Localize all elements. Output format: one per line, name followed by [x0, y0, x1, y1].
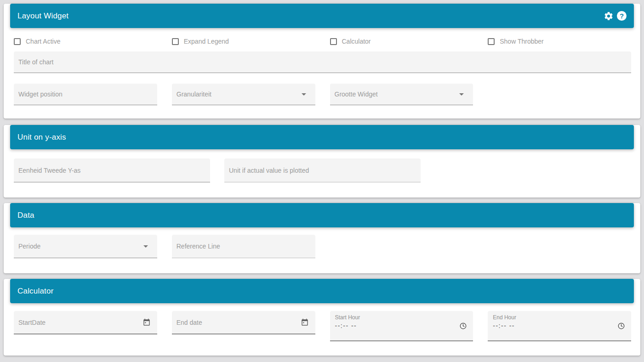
checkbox-box-icon[interactable] [14, 38, 21, 45]
second-y-axis-unit-input[interactable]: Eenheid Tweede Y-as [14, 158, 210, 182]
section-title-data: Data [17, 211, 627, 220]
chevron-down-icon [459, 93, 464, 96]
help-button[interactable]: ? [617, 11, 627, 21]
widget-size-select[interactable]: Grootte Widget [330, 84, 473, 105]
checkbox-calculator[interactable]: Calculator [330, 38, 473, 45]
reference-line-input[interactable]: Reference Line [172, 235, 315, 258]
chart-title-input[interactable]: Title of chart [14, 51, 631, 73]
checkbox-label: Show Throbber [500, 38, 543, 45]
start-date-placeholder: StartDate [18, 319, 142, 326]
section-title-layout-widget: Layout Widget [17, 11, 604, 21]
start-hour-value-row: --:-- -- [335, 322, 467, 329]
granularity-placeholder: Granulariteit [177, 90, 302, 98]
start-hour-input[interactable]: Start Hour --:-- -- [330, 311, 473, 341]
periode-select[interactable]: Periode [14, 235, 157, 258]
chevron-down-icon [302, 93, 306, 96]
section-title-calculator: Calculator [17, 287, 627, 296]
second-y-axis-unit-placeholder: Eenheid Tweede Y-as [18, 167, 205, 174]
calculator-body: StartDate End date Start Hour --:-- -- E… [4, 303, 640, 356]
clock-icon[interactable] [618, 322, 625, 329]
calendar-icon[interactable] [142, 318, 151, 327]
calculator-card: Calculator StartDate End date Start Hour… [4, 279, 640, 356]
end-hour-input[interactable]: End Hour --:-- -- [488, 311, 631, 341]
data-card: Data Periode Reference Line [4, 203, 640, 273]
unit-y-axis-body: Eenheid Tweede Y-as Unit if actual value… [4, 149, 640, 198]
checkbox-expand-legend[interactable]: Expand Legend [172, 38, 315, 45]
widget-position-input[interactable]: Widget position [14, 84, 157, 105]
reference-line-placeholder: Reference Line [177, 243, 310, 250]
layout-fields-row: Widget position Granulariteit Grootte Wi… [14, 84, 631, 105]
checkbox-label: Calculator [342, 38, 371, 45]
unit-y-axis-header: Unit on y-axis [10, 125, 634, 149]
layout-widget-body: Chart Active Expand Legend Calculator Sh… [4, 28, 640, 119]
checkbox-row: Chart Active Expand Legend Calculator Sh… [14, 38, 631, 45]
periode-placeholder: Periode [18, 243, 143, 250]
clock-icon[interactable] [460, 322, 467, 329]
gear-icon [604, 11, 614, 21]
chart-title-placeholder: Title of chart [18, 58, 626, 66]
widget-size-placeholder: Grootte Widget [335, 90, 460, 98]
checkbox-chart-active[interactable]: Chart Active [14, 38, 157, 45]
start-hour-value: --:-- -- [335, 322, 460, 329]
checkbox-label: Expand Legend [184, 38, 229, 45]
chevron-down-icon [143, 245, 148, 248]
end-hour-label: End Hour [493, 314, 625, 321]
checkbox-show-throbber[interactable]: Show Throbber [488, 38, 631, 45]
calendar-icon[interactable] [301, 318, 309, 327]
start-date-input[interactable]: StartDate [14, 311, 157, 334]
unit-y-axis-card: Unit on y-axis Eenheid Tweede Y-as Unit … [4, 125, 640, 198]
actual-value-unit-input[interactable]: Unit if actual value is plotted [224, 158, 421, 182]
calculator-header: Calculator [10, 279, 634, 303]
end-date-placeholder: End date [177, 319, 301, 326]
layout-widget-header: Layout Widget ? [10, 4, 634, 28]
checkbox-box-icon[interactable] [488, 38, 495, 45]
actual-value-unit-placeholder: Unit if actual value is plotted [229, 167, 415, 174]
granularity-select[interactable]: Granulariteit [172, 84, 315, 105]
header-actions: ? [604, 11, 627, 21]
data-header: Data [10, 203, 634, 227]
settings-button[interactable] [604, 11, 614, 21]
layout-widget-card: Layout Widget ? Chart Active Expand Lege… [4, 4, 640, 119]
checkbox-label: Chart Active [26, 38, 60, 45]
widget-position-placeholder: Widget position [18, 90, 152, 98]
end-date-input[interactable]: End date [172, 311, 315, 334]
data-body: Periode Reference Line [4, 227, 640, 273]
end-hour-value: --:-- -- [493, 322, 618, 329]
checkbox-box-icon[interactable] [330, 38, 337, 45]
checkbox-box-icon[interactable] [172, 38, 179, 45]
help-icon: ? [617, 11, 627, 21]
section-title-unit-y-axis: Unit on y-axis [17, 133, 627, 142]
end-hour-value-row: --:-- -- [493, 322, 625, 329]
start-hour-label: Start Hour [335, 314, 467, 321]
